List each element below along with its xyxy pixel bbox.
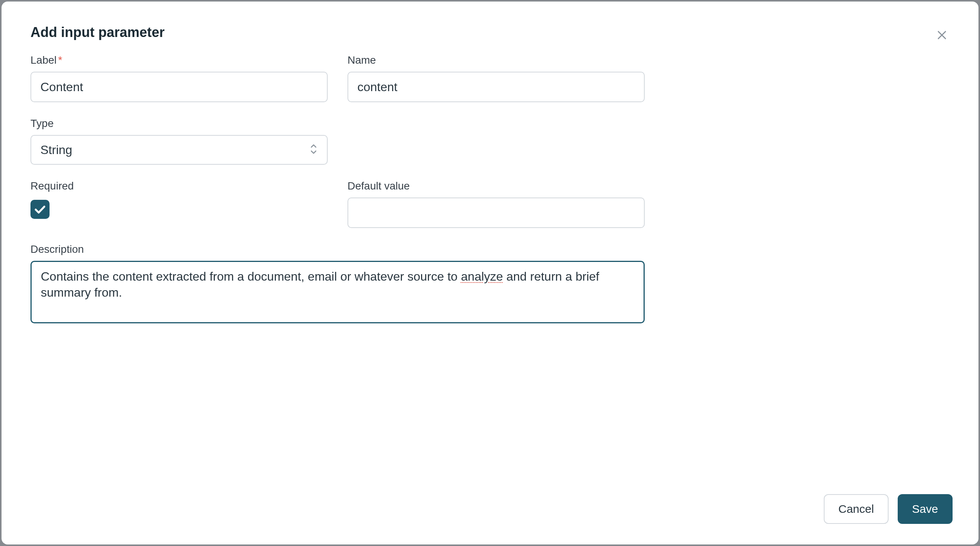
description-field-label: Description — [30, 243, 645, 255]
default-value-input[interactable] — [347, 198, 645, 228]
label-input[interactable] — [30, 72, 328, 102]
close-icon — [936, 29, 948, 41]
label-field-label-text: Label — [30, 54, 57, 66]
description-text-spellcheck: analyze — [461, 270, 503, 283]
name-input[interactable] — [347, 72, 645, 102]
required-asterisk: * — [58, 54, 62, 66]
type-select[interactable]: String — [30, 135, 328, 165]
required-field-label: Required — [30, 180, 328, 192]
default-value-field-label: Default value — [347, 180, 645, 192]
cancel-button[interactable]: Cancel — [824, 494, 888, 524]
form-body: Label* Name Type String — [30, 54, 950, 529]
description-text-pre: Contains the content extracted from a do… — [41, 270, 461, 283]
save-button[interactable]: Save — [898, 494, 953, 524]
close-button[interactable] — [934, 27, 950, 43]
check-icon — [34, 203, 46, 216]
label-field-label: Label* — [30, 54, 328, 66]
add-input-parameter-modal: Add input parameter Label* Name Type Str… — [2, 2, 978, 544]
type-select-value: String — [40, 143, 72, 157]
name-field-label: Name — [347, 54, 645, 66]
type-field-label: Type — [30, 117, 328, 130]
required-checkbox[interactable] — [30, 200, 50, 219]
description-textarea[interactable]: Contains the content extracted from a do… — [30, 261, 645, 323]
modal-footer: Cancel Save — [824, 494, 953, 524]
modal-title: Add input parameter — [30, 24, 950, 40]
